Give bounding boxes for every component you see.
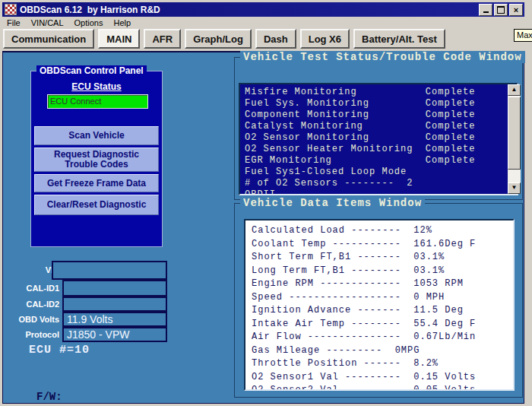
window-title: OBDScan 6.12 by Harrison R&D — [20, 5, 160, 15]
data-row-speed-0-mph[interactable]: Speed ------------------ 0 MPH — [252, 291, 510, 305]
status-row-egr-monitoring-complete[interactable]: EGR Monitoring Complete — [245, 155, 502, 167]
get-freeze-frame-button[interactable]: Get Freeze Frame Data — [34, 174, 159, 192]
request-dtc-button[interactable]: Request Diagnostic Trouble Codes — [34, 147, 159, 172]
titlebar: OBDScan 6.12 by Harrison R&D × — [2, 2, 524, 17]
menu-item-help[interactable]: Help — [109, 17, 137, 28]
app-window: OBDScan 6.12 by Harrison R&D × FileVIN/C… — [0, 0, 532, 406]
data-row-ignition-advance-11-5-deg[interactable]: Ignition Advance ------- 11.5 Deg — [252, 304, 510, 318]
status-row-fuel-sys-monitoring-complete[interactable]: Fuel Sys. Monitoring Complete — [245, 98, 502, 109]
protocol-value: J1850 - VPW — [64, 328, 166, 341]
vin-label: VIN — [3, 265, 59, 274]
data-row-o2-sensor2-val-0-05-volts[interactable]: O2 Sensor2 Val --------- 0.05 Volts — [252, 384, 510, 391]
tab-main[interactable]: MAIN — [98, 29, 140, 49]
data-row-engine-rpm-1053-rpm[interactable]: Engine RPM ------------- 1053 RPM — [252, 278, 510, 291]
vehicle-data-items-list[interactable]: Calculated Load -------- 12%Coolant Temp… — [244, 219, 515, 391]
obd-volts-field: 11.9 Volts — [62, 312, 167, 327]
cal-id2-field[interactable] — [62, 297, 167, 312]
status-row-catalyst-monitoring-complete[interactable]: Catalyst Monitoring Complete — [245, 121, 502, 132]
status-row-obdii[interactable]: OBDII — [245, 189, 502, 195]
control-panel-buttons: Scan Vehicle Request Diagnostic Trouble … — [34, 126, 159, 215]
tab-log-x6[interactable]: Log X6 — [300, 29, 350, 49]
data-row-calculated-load-12[interactable]: Calculated Load -------- 12% — [252, 224, 510, 238]
menu-item-vin-cal[interactable]: VIN/CAL — [27, 17, 70, 28]
scroll-up-icon[interactable]: ▲ — [508, 84, 521, 96]
tab-dash[interactable]: Dash — [255, 29, 296, 49]
obd-volts-label: OBD Volts — [3, 315, 59, 324]
menubar: FileVIN/CALOptionsHelp — [2, 17, 524, 29]
obd-volts-value: 11.9 Volts — [64, 313, 166, 325]
ecu-number-label: ECU #=10 — [29, 344, 90, 357]
status-list-scrollbar[interactable]: ▲ ▼ — [508, 84, 521, 194]
tab-communication[interactable]: Communication — [3, 29, 94, 49]
cal-id1-field[interactable] — [62, 280, 167, 297]
minimize-icon — [483, 11, 489, 13]
data-row-coolant-temp-161-6deg-f[interactable]: Coolant Temp ----------- 161.6Deg F — [252, 238, 510, 252]
cal-id1-label: CAL-ID1 — [3, 284, 59, 293]
ecu-status-label: ECU Status — [31, 81, 162, 92]
status-row-fuel-sys1-closed-loop-mode[interactable]: Fuel Sys1-Closed Loop Mode — [245, 167, 502, 178]
close-icon: × — [514, 6, 518, 14]
tab-battery-alt-test[interactable]: Battery/Alt. Test — [353, 29, 445, 49]
data-row-intake-air-temp-55-4-deg-f[interactable]: Intake Air Temp -------- 55.4 Deg F — [252, 318, 510, 331]
cal-id2-label: CAL-ID2 — [3, 300, 59, 309]
status-row-o2-sensor-heater-monitoring-complete[interactable]: O2 Sensor Heater Monitoring Complete — [245, 144, 502, 155]
data-row-gas-mileage-0mpg[interactable]: Gas Mileage --------- 0MPG — [252, 344, 510, 358]
data-row-o2-sensor1-val-0-15-volts[interactable]: O2 Sensor1 Val --------- 0.15 Volts — [252, 371, 510, 385]
status-row-component-monitoring-complete[interactable]: Component Monitoring Complete — [245, 109, 502, 121]
status-row-of-o2-sensors-2[interactable]: # of O2 Sensors -------- 2 — [245, 178, 502, 189]
data-row-throttle-position-8-2[interactable]: Throttle Position ------ 8.2% — [252, 357, 510, 371]
vehicle-data-items-group: Vehicle Data Items Window Calculated Loa… — [234, 203, 523, 398]
app-icon — [5, 4, 17, 15]
maximize-icon — [497, 6, 505, 14]
status-row-o2-sensor-monitoring-complete[interactable]: O2 Sensor Monitoring Complete — [245, 132, 502, 144]
minimize-button[interactable] — [479, 4, 492, 16]
protocol-label: Protocol — [3, 330, 59, 339]
vin-field[interactable] — [52, 261, 167, 280]
control-panel-title: OBDScan Control Panel — [36, 65, 147, 76]
close-button[interactable]: × — [509, 4, 523, 16]
vehicle-test-status-group: Vehicle Test Status/Trouble Code Window … — [234, 57, 523, 200]
data-row-short-term-ft-b1-03-1[interactable]: Short Term FT,B1 ------- 03.1% — [252, 251, 510, 265]
scrollbar-thumb[interactable] — [508, 97, 521, 170]
data-row-long-term-ft-b1-03-1[interactable]: Long Term FT,B1 -------- 03.1% — [252, 265, 510, 278]
menu-item-file[interactable]: File — [2, 17, 27, 28]
ecu-status-field: ECU Connect — [47, 94, 148, 109]
obdscan-control-panel: OBDScan Control Panel ECU Status ECU Con… — [30, 71, 163, 247]
data-row-air-flow-0-67lb-min[interactable]: Air Flow --------------- 0.67Lb/Min — [252, 331, 510, 344]
scan-vehicle-button[interactable]: Scan Vehicle — [34, 126, 159, 145]
maximize-tooltip: Maxi — [514, 29, 532, 42]
client-area: OBDScan Control Panel ECU Status ECU Con… — [2, 51, 524, 404]
tabbar: CommunicationMAINAFRGraph/LogDashLog X6B… — [3, 29, 524, 51]
clear-reset-button[interactable]: Clear/Reset Diagnostic — [34, 195, 159, 215]
vehicle-test-status-title: Vehicle Test Status/Trouble Code Window — [240, 51, 525, 63]
window-controls: × — [479, 4, 523, 16]
maximize-button[interactable] — [494, 4, 508, 16]
firmware-label: F/W: — [36, 391, 62, 403]
tab-graph-log[interactable]: Graph/Log — [185, 29, 252, 49]
protocol-field: J1850 - VPW — [62, 327, 167, 342]
vehicle-test-status-list[interactable]: Misfire Monitoring CompleteFuel Sys. Mon… — [239, 83, 518, 195]
status-row-misfire-monitoring-complete[interactable]: Misfire Monitoring Complete — [245, 87, 502, 98]
tab-afr[interactable]: AFR — [144, 29, 181, 49]
menu-item-options[interactable]: Options — [70, 17, 109, 28]
vehicle-data-items-title: Vehicle Data Items Window — [240, 197, 425, 209]
scroll-down-icon[interactable]: ▼ — [508, 182, 521, 194]
